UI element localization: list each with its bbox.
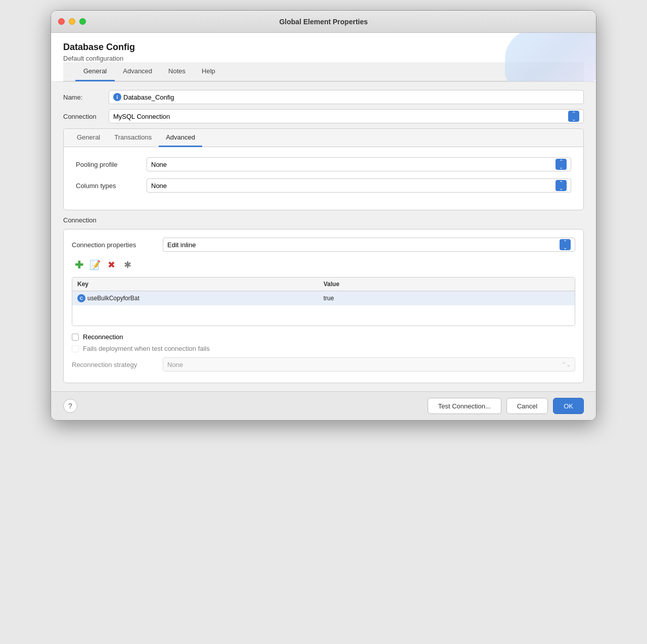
main-window: Global Element Properties Database Confi… bbox=[51, 10, 596, 421]
edit-icon: 📝 bbox=[89, 259, 101, 270]
tab-help[interactable]: Help bbox=[194, 62, 223, 81]
conn-props-value: Edit inline bbox=[167, 241, 196, 249]
column-types-row: Column types None ⌃⌄ bbox=[76, 178, 571, 193]
connection-row: Connection MySQL Connection ⌃⌄ bbox=[63, 109, 584, 123]
conn-props-arrow: ⌃⌄ bbox=[560, 239, 571, 250]
maximize-button[interactable] bbox=[79, 18, 86, 25]
inner-tab-general[interactable]: General bbox=[70, 129, 107, 147]
tab-general[interactable]: General bbox=[75, 62, 115, 81]
header-section: Database Config Default configuration Ge… bbox=[51, 33, 596, 82]
pooling-arrow: ⌃⌄ bbox=[556, 159, 567, 170]
col-header-key: Key bbox=[77, 281, 324, 288]
content-area: Name: i Connection MySQL Connection ⌃⌄ G… bbox=[51, 82, 596, 391]
settings-icon: ✱ bbox=[124, 259, 131, 270]
disabled-arrow: ⌃⌄ bbox=[562, 361, 571, 368]
fails-deployment-checkbox[interactable] bbox=[72, 345, 79, 352]
connection-section-label: Connection bbox=[63, 216, 584, 224]
key-cell: C useBulkCopyforBat bbox=[77, 294, 324, 302]
tab-notes[interactable]: Notes bbox=[160, 62, 194, 81]
reconnection-checkbox[interactable] bbox=[72, 334, 79, 341]
column-types-value: None bbox=[151, 182, 167, 190]
connection-select-arrow: ⌃⌄ bbox=[568, 111, 579, 122]
key-value: useBulkCopyforBat bbox=[87, 295, 140, 302]
conn-props-label: Connection properties bbox=[72, 241, 163, 249]
pooling-label: Pooling profile bbox=[76, 161, 147, 168]
close-button[interactable] bbox=[58, 18, 65, 25]
ok-button[interactable]: OK bbox=[553, 398, 584, 414]
footer-actions: Test Connection... Cancel OK bbox=[428, 398, 584, 414]
tab-advanced[interactable]: Advanced bbox=[115, 62, 160, 81]
edit-button[interactable]: 📝 bbox=[88, 258, 102, 272]
add-icon: ✚ bbox=[75, 259, 83, 271]
conn-props-select[interactable]: Edit inline ⌃⌄ bbox=[163, 238, 575, 252]
reconnection-strategy-value: None bbox=[167, 361, 183, 369]
minimize-button[interactable] bbox=[69, 18, 75, 25]
header-decoration bbox=[505, 33, 596, 82]
inner-panel: General Transactions Advanced Pooling pr… bbox=[63, 128, 584, 210]
connection-label: Connection bbox=[63, 113, 109, 120]
help-button[interactable]: ? bbox=[63, 399, 77, 413]
pooling-select[interactable]: None ⌃⌄ bbox=[147, 157, 571, 171]
row-icon: C bbox=[77, 294, 85, 302]
name-row: Name: i bbox=[63, 90, 584, 104]
inner-tabs: General Transactions Advanced bbox=[64, 129, 583, 147]
pooling-value: None bbox=[151, 161, 167, 168]
table-row[interactable]: C useBulkCopyforBat true bbox=[72, 291, 575, 305]
inner-content: Pooling profile None ⌃⌄ Column types Non… bbox=[64, 147, 583, 210]
pooling-row: Pooling profile None ⌃⌄ bbox=[76, 157, 571, 171]
col-header-value: Value bbox=[324, 281, 570, 288]
properties-table: Key Value C useBulkCopyforBat true bbox=[72, 277, 575, 326]
reconnection-label: Reconnection bbox=[83, 333, 123, 341]
cancel-button[interactable]: Cancel bbox=[506, 398, 548, 414]
inner-tab-advanced[interactable]: Advanced bbox=[159, 129, 202, 147]
column-types-arrow: ⌃⌄ bbox=[556, 180, 567, 191]
settings-button[interactable]: ✱ bbox=[120, 258, 134, 272]
test-connection-button[interactable]: Test Connection... bbox=[428, 398, 501, 414]
name-input-wrapper[interactable]: i bbox=[109, 90, 584, 104]
column-types-label: Column types bbox=[76, 182, 147, 190]
reconnection-strategy-row: Reconnection strategy None ⌃⌄ bbox=[72, 357, 575, 372]
table-header: Key Value bbox=[72, 278, 575, 291]
inner-tab-transactions[interactable]: Transactions bbox=[107, 129, 159, 147]
conn-props-row: Connection properties Edit inline ⌃⌄ bbox=[72, 238, 575, 252]
fails-deployment-label: Fails deployment when test connection fa… bbox=[83, 345, 210, 352]
footer: ? Test Connection... Cancel OK bbox=[51, 391, 596, 420]
delete-icon: ✖ bbox=[108, 259, 115, 270]
fails-deployment-row: Fails deployment when test connection fa… bbox=[72, 345, 575, 352]
empty-table-area bbox=[72, 305, 575, 326]
connection-value: MySQL Connection bbox=[113, 113, 170, 120]
name-input[interactable] bbox=[123, 94, 579, 101]
reconnection-row: Reconnection bbox=[72, 333, 575, 341]
name-label: Name: bbox=[63, 94, 109, 101]
value-value: true bbox=[324, 295, 334, 302]
delete-button[interactable]: ✖ bbox=[104, 258, 118, 272]
reconnection-strategy-label: Reconnection strategy bbox=[72, 361, 163, 369]
add-button[interactable]: ✚ bbox=[72, 258, 86, 272]
help-icon: ? bbox=[68, 402, 72, 410]
traffic-lights bbox=[58, 18, 86, 25]
value-cell: true bbox=[324, 295, 570, 302]
info-icon: i bbox=[113, 93, 121, 101]
titlebar: Global Element Properties bbox=[51, 11, 596, 33]
reconnection-strategy-select: None ⌃⌄ bbox=[163, 357, 575, 372]
toolbar: ✚ 📝 ✖ ✱ bbox=[72, 258, 575, 272]
connection-select[interactable]: MySQL Connection ⌃⌄ bbox=[109, 109, 584, 123]
column-types-select[interactable]: None ⌃⌄ bbox=[147, 178, 571, 193]
connection-box: Connection properties Edit inline ⌃⌄ ✚ 📝… bbox=[63, 229, 584, 383]
window-title: Global Element Properties bbox=[279, 18, 367, 26]
